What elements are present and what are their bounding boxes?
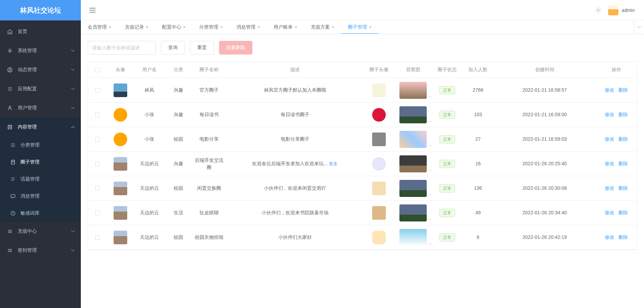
topbar: admin	[81, 0, 644, 20]
nav-item-内容管理[interactable]: 内容管理	[0, 118, 81, 137]
nav-label: 系统管理	[18, 48, 37, 54]
cell-created: 2022-01-21 16:59:00	[493, 108, 596, 122]
sub-label: 分类管理	[20, 142, 40, 148]
cell-created: 2022-01-26 20:30:08	[493, 181, 596, 195]
close-icon[interactable]: ×	[146, 25, 148, 30]
close-icon[interactable]: ×	[295, 25, 297, 30]
gear-icon	[7, 48, 13, 54]
search-input[interactable]	[88, 41, 156, 55]
sub-label: 圈子管理	[20, 159, 40, 165]
background-thumb: ...	[399, 180, 427, 197]
tab-用户账单[interactable]: 用户账单×	[267, 20, 304, 34]
cell-description: 欢迎各位后端开发者加入欢迎来玩... 更多	[226, 157, 364, 171]
close-icon[interactable]: ×	[258, 25, 260, 30]
sub-item-敏感词库[interactable]: 敏感词库	[0, 205, 81, 222]
settings-icon[interactable]	[595, 7, 601, 13]
cell-category: 兴趣	[165, 83, 192, 97]
nav-item-应用配置[interactable]: 应用配置	[0, 79, 81, 98]
hamburger-icon[interactable]	[86, 8, 99, 13]
row-checkbox[interactable]	[95, 137, 100, 142]
sub-item-话题管理[interactable]: 话题管理	[0, 171, 81, 188]
background-thumb: ...	[399, 106, 427, 123]
background-thumb: ...	[399, 131, 427, 148]
row-checkbox[interactable]	[95, 161, 100, 166]
svg-rect-4	[8, 125, 12, 129]
delete-link[interactable]: 删除	[618, 160, 628, 167]
nav-item-用户管理[interactable]: 用户管理	[0, 98, 81, 118]
delete-link[interactable]: 删除	[618, 87, 628, 94]
close-icon[interactable]: ×	[369, 25, 371, 30]
nav-label: 用户管理	[18, 105, 37, 111]
home-icon	[7, 29, 13, 35]
close-icon[interactable]: ×	[332, 25, 334, 30]
svg-point-2	[9, 68, 11, 70]
row-checkbox[interactable]	[95, 186, 100, 191]
edit-link[interactable]: 修改	[605, 136, 614, 143]
query-button[interactable]: 查询	[161, 41, 185, 55]
tab-充值记录[interactable]: 充值记录×	[118, 20, 155, 34]
edit-link[interactable]: 修改	[605, 234, 614, 241]
delete-link[interactable]: 删除	[618, 209, 628, 216]
nav-item-签到管理[interactable]: 签到管理	[0, 241, 81, 260]
delete-link[interactable]: 删除	[618, 185, 628, 192]
username-label: admin	[622, 7, 635, 13]
cell-circle-name: 闲置交换圈	[192, 181, 226, 195]
select-all-checkbox[interactable]	[95, 67, 100, 72]
cell-category: 生活	[165, 206, 192, 220]
tab-label: 充值记录	[125, 24, 144, 30]
tab-消息管理[interactable]: 消息管理×	[230, 20, 267, 34]
sub-item-圈子管理[interactable]: 圈子管理	[0, 154, 81, 171]
cell-category: 校园	[165, 181, 192, 195]
nav-item-充值中心[interactable]: 充值中心	[0, 222, 81, 241]
status-badge: 正常	[439, 111, 455, 119]
edit-link[interactable]: 修改	[605, 87, 614, 94]
delete-link[interactable]: 删除	[618, 111, 628, 118]
nav-item-首页[interactable]: 首页	[0, 22, 81, 41]
tab-圈子管理[interactable]: 圈子管理×	[341, 20, 378, 34]
cell-members: 49	[463, 206, 493, 220]
tab-充值方案[interactable]: 充值方案×	[304, 20, 341, 34]
row-checkbox[interactable]	[95, 88, 100, 93]
close-icon[interactable]: ×	[220, 25, 223, 30]
tabs-dropdown-icon[interactable]	[634, 20, 644, 34]
row-checkbox[interactable]	[95, 235, 100, 240]
chevron-down-icon	[71, 50, 75, 52]
reset-button[interactable]: 重置	[190, 41, 214, 55]
delete-link[interactable]: 删除	[618, 234, 628, 241]
nav-label: 内容管理	[18, 124, 37, 130]
close-icon[interactable]: ×	[183, 25, 186, 30]
row-checkbox[interactable]	[95, 112, 100, 117]
nav-item-系统管理[interactable]: 系统管理	[0, 41, 81, 60]
row-checkbox[interactable]	[95, 211, 100, 215]
cell-members: 6	[463, 230, 493, 244]
edit-link[interactable]: 修改	[605, 160, 614, 167]
table-row: 天边的云 校园 闲置交换圈 小伙伴们，欢迎来闲置交易吖 ... 正常 136 2…	[88, 176, 637, 201]
col-ops: 操作	[596, 63, 637, 77]
delete-link[interactable]: 删除	[618, 136, 628, 143]
close-icon[interactable]: ×	[109, 25, 111, 30]
sub-item-消息管理[interactable]: 消息管理	[0, 188, 81, 205]
clock-icon	[10, 211, 16, 216]
sub-item-分类管理[interactable]: 分类管理	[0, 137, 81, 154]
tab-分类管理[interactable]: 分类管理×	[192, 20, 230, 34]
edit-link[interactable]: 修改	[605, 209, 614, 216]
bulk-delete-button[interactable]: 批量删除	[219, 41, 252, 55]
user-avatar-thumb	[114, 231, 127, 244]
edit-link[interactable]: 修改	[605, 111, 614, 118]
nav-item-动态管理[interactable]: 动态管理	[0, 60, 81, 79]
svg-rect-6	[11, 195, 15, 197]
col-category: 分类	[165, 63, 192, 77]
tab-配置中心[interactable]: 配置中心×	[155, 20, 192, 34]
col-circle-name: 圈子名称	[192, 63, 226, 77]
edit-link[interactable]: 修改	[605, 185, 614, 192]
chevron-down-icon	[71, 88, 75, 90]
cell-username: 林风	[134, 83, 165, 97]
nav-label: 应用配置	[18, 86, 37, 92]
more-link[interactable]: 更多	[329, 161, 338, 166]
tab-label: 分类管理	[199, 24, 218, 30]
user-avatar-thumb	[114, 83, 127, 97]
tab-会员管理[interactable]: 会员管理×	[81, 20, 118, 34]
user-menu[interactable]: admin	[608, 5, 635, 15]
col-status: 圈子状态	[432, 63, 463, 77]
table-row: 天边的云 兴趣 后端开发交流圈 欢迎各位后端开发者加入欢迎来玩... 更多 ..…	[88, 152, 637, 176]
